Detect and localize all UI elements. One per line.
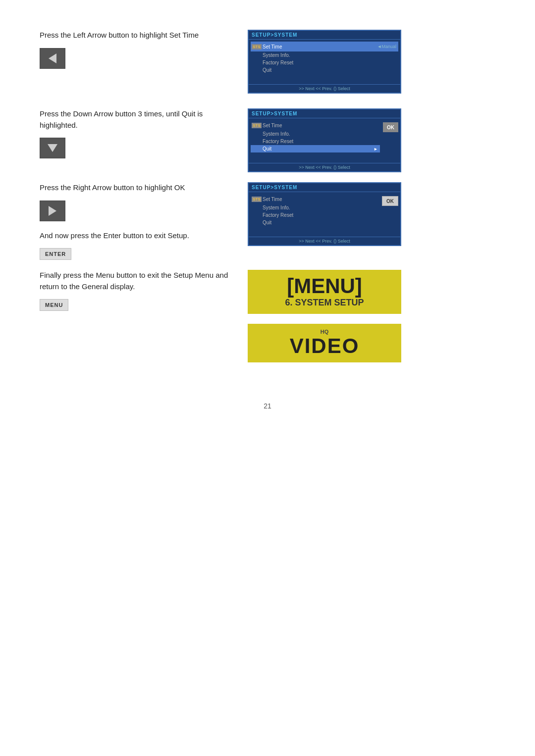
item-label-factory-2: Factory Reset <box>253 139 378 144</box>
down-arrow-button[interactable] <box>40 138 65 158</box>
setup-item-sysinfo-3: System Info. <box>251 204 379 211</box>
ok-box-3: OK <box>382 196 398 206</box>
setup-menu-2: STS Set Time System Info. Factory Reset … <box>251 120 380 162</box>
menu-display-title: [MENU] <box>287 276 362 297</box>
video-title: VIDEO <box>290 335 360 357</box>
page-content: Press the Left Arrow button to highlight… <box>0 0 535 459</box>
setup-screen-1: SETUP>SYSTEM STS Set Time ◄Manual System… <box>248 30 401 94</box>
video-display: HQ VIDEO <box>248 324 401 362</box>
item-label-quit-2: Quit <box>253 146 372 151</box>
section3-left: Press the Right Arrow button to highligh… <box>40 182 248 260</box>
item-label-quit-1: Quit <box>253 67 396 73</box>
setup-screen-3: SETUP>SYSTEM STS Set Time System Info. F… <box>248 182 401 246</box>
item-label-settime-2: Set Time <box>263 123 378 128</box>
setup-item-sysinfo-1: System Info. <box>251 51 398 59</box>
setup-item-factory-3: Factory Reset <box>251 211 379 219</box>
section2-screen: SETUP>SYSTEM STS Set Time System Info. F… <box>248 108 406 172</box>
section3-instruction1: Press the Right Arrow button to highligh… <box>40 182 238 194</box>
setup-menu-1: STS Set Time ◄Manual System Info. Factor… <box>251 42 398 83</box>
section2-left: Press the Down Arrow button 3 times, unt… <box>40 108 248 158</box>
setup-item-factory-2: Factory Reset <box>251 138 380 145</box>
setup-header-3: SETUP>SYSTEM <box>249 183 400 192</box>
section4-left: Finally press the Menu button to exit th… <box>40 270 248 311</box>
setup-body-1: STS Set Time ◄Manual System Info. Factor… <box>249 40 400 84</box>
item-label-sysinfo-1: System Info. <box>253 52 396 58</box>
setup-menu-3: STS Set Time System Info. Factory Reset … <box>251 194 379 236</box>
section-menu: Finally press the Menu button to exit th… <box>40 270 495 362</box>
section4-instruction1: Finally press the Menu button to exit th… <box>40 270 238 292</box>
setup-item-quit-1: Quit <box>251 66 398 74</box>
setup-header-1: SETUP>SYSTEM <box>249 31 400 40</box>
menu-display-subtitle: 6. SYSTEM SETUP <box>285 298 364 308</box>
sts-icon-1: STS <box>253 43 261 50</box>
menu-display: [MENU] 6. SYSTEM SETUP <box>248 270 401 314</box>
section-right-arrow: Press the Right Arrow button to highligh… <box>40 182 495 260</box>
section-down-arrow: Press the Down Arrow button 3 times, unt… <box>40 108 495 172</box>
setup-body-2: STS Set Time System Info. Factory Reset … <box>249 118 400 163</box>
setup-item-settime-1: STS Set Time ◄Manual <box>251 42 398 51</box>
left-arrow-button[interactable] <box>40 48 65 69</box>
sts-icon-3: STS <box>253 195 261 203</box>
section1-left: Press the Left Arrow button to highlight… <box>40 30 248 69</box>
section2-instruction: Press the Down Arrow button 3 times, unt… <box>40 108 238 131</box>
right-arrow-button[interactable] <box>40 201 65 221</box>
display-stack: [MENU] 6. SYSTEM SETUP HQ VIDEO <box>248 270 406 362</box>
section3-screen: SETUP>SYSTEM STS Set Time System Info. F… <box>248 182 406 246</box>
item-label-sysinfo-3: System Info. <box>253 205 377 210</box>
setup-item-factory-1: Factory Reset <box>251 59 398 66</box>
section-left-arrow: Press the Left Arrow button to highlight… <box>40 30 495 94</box>
page-number: 21 <box>40 402 495 430</box>
section3-instruction2: And now press the Enter button to exit S… <box>40 230 238 242</box>
setup-footer-1: >> Next << Prev. () Select <box>249 84 400 93</box>
setup-item-settime-3: STS Set Time <box>251 194 379 204</box>
setup-footer-2: >> Next << Prev. () Select <box>249 163 400 171</box>
setup-screen-2: SETUP>SYSTEM STS Set Time System Info. F… <box>248 108 401 172</box>
arrow-right-icon <box>49 206 56 216</box>
setup-header-2: SETUP>SYSTEM <box>249 109 400 118</box>
menu-button[interactable]: MENU <box>40 299 68 311</box>
setup-item-sysinfo-2: System Info. <box>251 130 380 138</box>
setup-item-quit-2: Quit ► <box>251 145 380 152</box>
enter-button[interactable]: ENTER <box>40 248 71 260</box>
section4-right: [MENU] 6. SYSTEM SETUP HQ VIDEO <box>248 270 406 362</box>
section1-instruction: Press the Left Arrow button to highlight… <box>40 30 238 41</box>
item-label-factory-3: Factory Reset <box>253 212 377 218</box>
item-label-settime-3: Set Time <box>263 197 377 202</box>
item-label-factory-1: Factory Reset <box>253 60 396 65</box>
ok-box-2: OK <box>383 122 398 132</box>
arrow-down-icon <box>48 144 57 152</box>
arrow-left-icon <box>49 53 56 63</box>
item-label-settime-1: Set Time <box>263 44 377 50</box>
setup-body-3: STS Set Time System Info. Factory Reset … <box>249 192 400 237</box>
item-label-quit-3: Quit <box>253 220 377 225</box>
setup-item-settime-2: STS Set Time <box>251 120 380 130</box>
item-label-sysinfo-2: System Info. <box>253 131 378 137</box>
sts-icon-2: STS <box>253 121 261 129</box>
setup-footer-3: >> Next << Prev. () Select <box>249 237 400 245</box>
setup-item-quit-3: Quit <box>251 219 379 226</box>
section1-screen: SETUP>SYSTEM STS Set Time ◄Manual System… <box>248 30 406 94</box>
